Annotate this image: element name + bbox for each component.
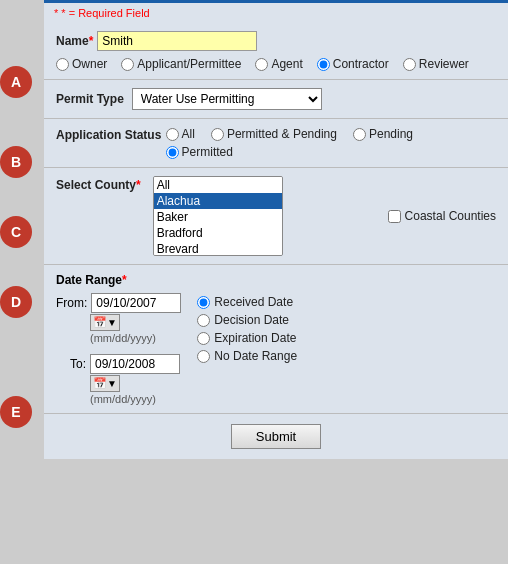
from-label: From:: [56, 296, 87, 310]
status-pending-label: Pending: [369, 127, 413, 141]
submit-button[interactable]: Submit: [231, 424, 321, 449]
coastal-counties-check[interactable]: Coastal Counties: [388, 209, 496, 223]
county-required-star: *: [136, 178, 141, 192]
status-permitted-pending[interactable]: Permitted & Pending: [211, 127, 337, 141]
radio-agent-label: Agent: [271, 57, 302, 71]
county-option-all: All: [154, 177, 282, 193]
from-dropdown-arrow: ▼: [107, 317, 117, 328]
step-a-circle: A: [0, 66, 32, 98]
radio-agent[interactable]: Agent: [255, 57, 302, 71]
radio-reviewer-input[interactable]: [403, 58, 416, 71]
radio-owner-input[interactable]: [56, 58, 69, 71]
county-option-bradford: Bradford: [154, 225, 282, 241]
date-opt-decision-label: Decision Date: [214, 313, 289, 327]
permit-type-select[interactable]: Water Use Permitting: [132, 88, 322, 110]
status-all[interactable]: All: [166, 127, 195, 141]
county-option-brevard: Brevard: [154, 241, 282, 256]
status-pending[interactable]: Pending: [353, 127, 413, 141]
radio-reviewer-label: Reviewer: [419, 57, 469, 71]
to-calendar-button[interactable]: 📅 ▼: [90, 375, 120, 392]
coastal-label: Coastal Counties: [405, 209, 496, 223]
status-all-label: All: [182, 127, 195, 141]
to-dropdown-arrow: ▼: [107, 378, 117, 389]
from-date-format: (mm/dd/yyyy): [90, 332, 181, 344]
radio-applicant-label: Applicant/Permittee: [137, 57, 241, 71]
status-permitted-pending-label: Permitted & Pending: [227, 127, 337, 141]
submit-section: Submit: [44, 414, 508, 459]
section-e: Date Range* From: 📅 ▼: [44, 265, 508, 414]
to-field: To: 📅 ▼ (mm/dd/yyyy): [56, 354, 181, 405]
permit-type-label: Permit Type: [56, 92, 124, 106]
county-listbox[interactable]: All Alachua Baker Bradford Brevard: [153, 176, 283, 256]
date-inner: From: 📅 ▼ (mm/dd/yyyy): [56, 293, 496, 405]
date-type-options: Received Date Decision Date Expiration D…: [197, 293, 297, 363]
section-b: Permit Type Water Use Permitting: [44, 80, 508, 119]
status-pending-input[interactable]: [353, 128, 366, 141]
to-date-format: (mm/dd/yyyy): [90, 393, 181, 405]
radio-contractor-input[interactable]: [317, 58, 330, 71]
status-permitted[interactable]: Permitted: [166, 145, 233, 159]
section-a: Name* Owner Applicant/Permittee Agent: [44, 23, 508, 80]
date-opt-expiration-input[interactable]: [197, 332, 210, 345]
radio-owner[interactable]: Owner: [56, 57, 107, 71]
radio-applicant-input[interactable]: [121, 58, 134, 71]
date-opt-received-label: Received Date: [214, 295, 293, 309]
date-opt-none[interactable]: No Date Range: [197, 349, 297, 363]
date-opt-decision[interactable]: Decision Date: [197, 313, 297, 327]
calendar-icon-to: 📅: [93, 377, 107, 390]
county-label: Select County*: [56, 176, 141, 192]
radio-agent-input[interactable]: [255, 58, 268, 71]
date-required-star: *: [122, 273, 127, 287]
section-d: Select County* All Alachua Baker Bradfor…: [44, 168, 508, 265]
required-star: *: [54, 7, 58, 19]
app-status-label: Application Status: [56, 127, 158, 142]
step-d-circle: D: [0, 286, 32, 318]
to-date-input[interactable]: [90, 354, 180, 374]
main-panel: * * = Required Field Name* Owner Applica…: [44, 0, 508, 459]
date-opt-expiration[interactable]: Expiration Date: [197, 331, 297, 345]
to-calendar-row: 📅 ▼: [90, 375, 181, 392]
to-label: To:: [56, 357, 86, 371]
from-date-input[interactable]: [91, 293, 181, 313]
status-permitted-input[interactable]: [166, 146, 179, 159]
status-radio-group: All Permitted & Pending Pending Permitte…: [166, 127, 496, 159]
name-label: Name*: [56, 34, 93, 48]
from-calendar-row: 📅 ▼: [90, 314, 181, 331]
from-date-row: From:: [56, 293, 181, 313]
radio-contractor[interactable]: Contractor: [317, 57, 389, 71]
required-text: * = Required Field: [61, 7, 149, 19]
date-opt-received[interactable]: Received Date: [197, 295, 297, 309]
name-required-star: *: [89, 34, 94, 48]
status-all-input[interactable]: [166, 128, 179, 141]
calendar-icon-from: 📅: [93, 316, 107, 329]
required-note: * * = Required Field: [44, 3, 508, 23]
radio-contractor-label: Contractor: [333, 57, 389, 71]
status-permitted-label: Permitted: [182, 145, 233, 159]
date-opt-decision-input[interactable]: [197, 314, 210, 327]
radio-applicant[interactable]: Applicant/Permittee: [121, 57, 241, 71]
date-opt-none-label: No Date Range: [214, 349, 297, 363]
page-wrapper: A B C D E * * = Required Field Name* Own…: [0, 0, 508, 459]
from-field: From: 📅 ▼ (mm/dd/yyyy): [56, 293, 181, 344]
date-range-label: Date Range*: [56, 273, 496, 287]
coastal-checkbox-input[interactable]: [388, 210, 401, 223]
step-labels: A B C D E: [0, 0, 44, 459]
section-c: Application Status All Permitted & Pendi…: [44, 119, 508, 168]
step-e-circle: E: [0, 396, 32, 428]
date-opt-expiration-label: Expiration Date: [214, 331, 296, 345]
county-option-baker: Baker: [154, 209, 282, 225]
status-permitted-pending-input[interactable]: [211, 128, 224, 141]
step-c-circle: C: [0, 216, 32, 248]
step-b-circle: B: [0, 146, 32, 178]
county-option-alachua: Alachua: [154, 193, 282, 209]
to-date-row: To:: [56, 354, 181, 374]
radio-reviewer[interactable]: Reviewer: [403, 57, 469, 71]
date-opt-none-input[interactable]: [197, 350, 210, 363]
from-calendar-button[interactable]: 📅 ▼: [90, 314, 120, 331]
radio-owner-label: Owner: [72, 57, 107, 71]
role-radio-group: Owner Applicant/Permittee Agent Contract…: [56, 57, 496, 71]
date-fields: From: 📅 ▼ (mm/dd/yyyy): [56, 293, 181, 405]
date-opt-received-input[interactable]: [197, 296, 210, 309]
name-input[interactable]: [97, 31, 257, 51]
permit-type-row: Permit Type Water Use Permitting: [56, 88, 496, 110]
